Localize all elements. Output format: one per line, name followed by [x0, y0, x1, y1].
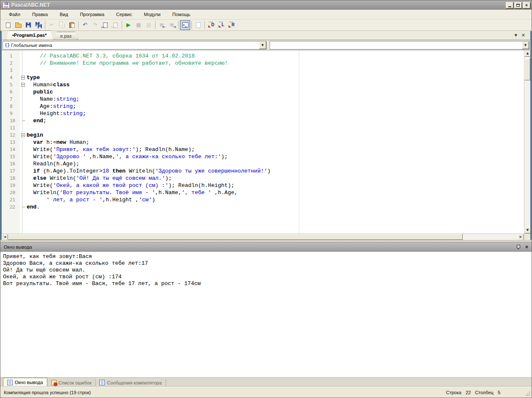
code-text: Height:string; [27, 110, 86, 117]
fold-margin [20, 153, 27, 160]
redo-icon: ↷ [93, 22, 98, 28]
line-number: 2 [4, 60, 20, 67]
show-designer-button[interactable] [193, 20, 203, 30]
fold-collapse-button[interactable] [21, 83, 25, 87]
outdent-block-button[interactable]: ≡⇤ [157, 20, 167, 30]
pin-icon[interactable] [516, 244, 520, 250]
tab-epas[interactable]: e.pas [54, 32, 78, 40]
code-line: 6 public [4, 88, 524, 96]
cut-icon: ✂ [49, 22, 54, 28]
fold-margin [20, 103, 27, 110]
code-line: 18 else Writeln('Ой! Да ты ещё совсем ма… [4, 175, 524, 182]
fold-collapse-button[interactable] [21, 133, 25, 137]
scroll-left-button[interactable]: ◄ [2, 234, 8, 240]
paste-button[interactable] [67, 20, 77, 30]
menu-service[interactable]: Сервис [112, 11, 136, 18]
save-all-button[interactable] [33, 20, 44, 30]
toolbar-separator [205, 21, 205, 29]
code-line: 7 Name:string; [4, 96, 524, 103]
code-line: 3 [4, 67, 524, 74]
scope-combobox[interactable]: {} Глобальные имена ▼ [3, 41, 267, 49]
menu-help[interactable]: Помощь [168, 11, 195, 18]
run-button[interactable]: ▶ [123, 20, 134, 30]
minimize-button[interactable] [506, 2, 513, 8]
bottom-tab-compiler[interactable]: Сообщения компилятора [95, 379, 166, 387]
next-edit-location-button[interactable]: ↪ [110, 20, 120, 30]
compiler-messages-icon [99, 380, 105, 385]
convert-d-button[interactable]: D [206, 20, 216, 30]
maximize-button[interactable] [514, 2, 522, 8]
code-text: type [27, 74, 40, 81]
member-combobox[interactable]: ▼ [270, 41, 529, 49]
bottom-tab-output[interactable]: Окно вывода [3, 378, 47, 387]
scroll-down-button[interactable]: ▼ [524, 227, 531, 233]
fold-margin [20, 146, 27, 153]
line-number: 6 [4, 88, 20, 96]
window-title: PascalABC.NET [11, 2, 505, 8]
tab-list-dropdown-icon[interactable]: ▼ [515, 33, 517, 38]
horizontal-scroll-thumb[interactable] [8, 234, 463, 240]
tab-program1[interactable]: •Program1.pas* [6, 30, 53, 40]
menu-program[interactable]: Программа [76, 11, 109, 18]
line-number: 5 [4, 81, 20, 88]
line-number: 19 [4, 182, 20, 189]
code-text: Age:string; [27, 103, 76, 110]
scroll-up-button[interactable]: ▲ [524, 50, 531, 57]
close-button[interactable]: × [523, 2, 530, 8]
code-text: Write('Здорово ' ,h.Name,', а скажи-ка с… [27, 153, 228, 160]
stop-button[interactable]: ■ [134, 20, 144, 30]
fold-collapse-button[interactable] [21, 76, 25, 80]
menu-edit[interactable]: Правка [28, 11, 52, 18]
bottom-tab-strip: Окно выводаСписок ошибокСообщения компил… [0, 377, 532, 387]
copy-button[interactable] [57, 20, 67, 30]
convert-d-icon: D [208, 22, 214, 27]
error-list-icon [51, 380, 57, 385]
toolbar: ✂↶↷↩↪▶■▦≡⇤≡⇥>_DLR [0, 19, 532, 31]
fold-margin [20, 67, 27, 74]
fold-margin [20, 203, 27, 211]
scroll-right-button[interactable]: ► [518, 234, 524, 240]
vertical-scrollbar[interactable]: ▲ ▼ [524, 50, 530, 233]
line-number: 4 [4, 74, 20, 81]
prev-edit-location-button[interactable]: ↩ [100, 20, 110, 30]
open-file-icon [15, 24, 22, 28]
horizontal-scroll-track[interactable] [463, 234, 518, 240]
output-console[interactable]: Привет, как тебя зовут:ВасяЗдорово Вася,… [0, 251, 532, 377]
bottom-tab-errors[interactable]: Список ошибок [47, 379, 96, 387]
compile-icon: ▦ [146, 22, 151, 28]
save-file-button[interactable] [23, 20, 33, 30]
resize-grip[interactable] [525, 391, 530, 396]
toolbar-separator [78, 21, 79, 29]
horizontal-scrollbar[interactable]: ◄ ► [2, 233, 530, 240]
redo-button[interactable]: ↷ [90, 20, 100, 30]
scope-dropdown-button[interactable]: ▼ [259, 41, 266, 49]
convert-r-button[interactable]: R [226, 20, 237, 30]
indent-block-button[interactable]: ≡⇥ [167, 20, 177, 30]
line-number: 18 [4, 175, 20, 182]
convert-l-button[interactable]: L [216, 20, 226, 30]
undo-button[interactable]: ↶ [80, 20, 90, 30]
code-editor: 1 // PascalABC.NET 3.3, сборка 1634 от 1… [2, 50, 530, 233]
show-output-window-button[interactable]: >_ [180, 20, 190, 30]
vertical-scroll-thumb[interactable] [524, 58, 530, 80]
menu-modules[interactable]: Модули [139, 11, 164, 18]
open-file-button[interactable] [13, 20, 23, 30]
bottom-tab-label: Сообщения компилятора [107, 380, 161, 385]
member-dropdown-button[interactable]: ▼ [522, 41, 529, 49]
line-number: 9 [4, 110, 20, 117]
cut-button[interactable]: ✂ [46, 20, 57, 30]
line-number: 20 [4, 189, 20, 196]
tab-close-icon[interactable]: ✕ [521, 33, 525, 38]
menu-file[interactable]: Файл [5, 11, 25, 18]
new-file-button[interactable] [3, 20, 13, 30]
menu-view[interactable]: Вид [55, 11, 72, 18]
output-close-icon[interactable]: × [525, 244, 528, 250]
code-area[interactable]: 1 // PascalABC.NET 3.3, сборка 1634 от 1… [2, 50, 524, 233]
line-number: 13 [4, 139, 20, 146]
fold-margin [20, 96, 27, 103]
vertical-scroll-track[interactable] [524, 80, 530, 227]
stop-icon: ■ [136, 22, 141, 28]
compile-button[interactable]: ▦ [144, 20, 154, 30]
minimize-icon [508, 6, 511, 7]
code-text: Name:string; [27, 96, 79, 103]
